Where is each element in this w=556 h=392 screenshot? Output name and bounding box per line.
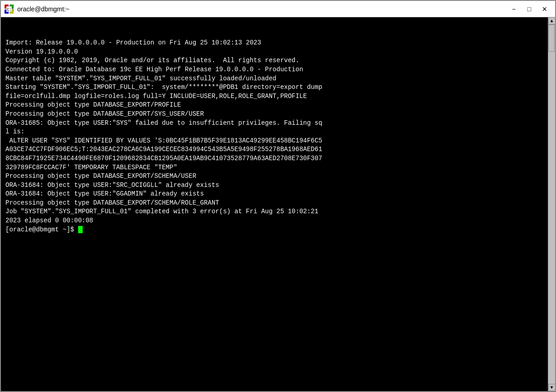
terminal-line: ORA-31684: Object type USER:"SRC_OCIGGLL…	[5, 181, 543, 190]
terminal-window: C:\ oracle@dbmgmt:~ − □ ✕ Import: Releas…	[0, 0, 556, 392]
terminal-line: Processing object type DATABASE_EXPORT/S…	[5, 172, 543, 181]
terminal-line: 329789FC8FCCAC7F' TEMPORARY TABLESPACE "…	[5, 163, 543, 172]
terminal-line: ORA-31684: Object type USER:"GGADMIN" al…	[5, 190, 543, 199]
scrollbar[interactable]: ▲ ▼	[548, 17, 555, 391]
close-button[interactable]: ✕	[538, 4, 551, 15]
terminal-cursor	[78, 226, 83, 233]
terminal-line: [oracle@dbmgmt ~]$	[5, 225, 543, 235]
terminal-line: Import: Release 19.0.0.0.0 - Production …	[5, 39, 543, 48]
window-controls: − □ ✕	[507, 4, 551, 15]
terminal-line: Master table "SYSTEM"."SYS_IMPORT_FULL_0…	[5, 74, 543, 83]
scroll-up-arrow[interactable]: ▲	[548, 17, 556, 24]
terminal-line: 8CBC84F71925E734C4490FE6870F1209682834CB…	[5, 154, 543, 163]
scrollbar-thumb[interactable]	[548, 24, 555, 52]
window-title: oracle@dbmgmt:~	[17, 5, 507, 13]
titlebar: C:\ oracle@dbmgmt:~ − □ ✕	[1, 1, 555, 17]
terminal-icon: C:\	[5, 5, 14, 14]
terminal-line: l is:	[5, 127, 543, 137]
svg-text:C:\: C:\	[7, 8, 14, 12]
terminal-line: Job "SYSTEM"."SYS_IMPORT_FULL_01" comple…	[5, 207, 543, 216]
terminal-line: ALTER USER "SYS" IDENTIFIED BY VALUES 'S…	[5, 137, 543, 146]
terminal-line: ORA-31685: Object type USER:"SYS" failed…	[5, 119, 543, 128]
scroll-down-arrow[interactable]: ▼	[548, 384, 556, 391]
terminal-line: Processing object type DATABASE_EXPORT/S…	[5, 110, 543, 119]
terminal-output[interactable]: Import: Release 19.0.0.0.0 - Production …	[1, 17, 548, 391]
terminal-line: Connected to: Oracle Database 19c EE Hig…	[5, 65, 543, 74]
terminal-container: Import: Release 19.0.0.0.0 - Production …	[1, 17, 555, 391]
terminal-line: A03CE74CC7FDF906EC5;T:2043EAC278CA6C9A19…	[5, 145, 543, 154]
scrollbar-track[interactable]	[548, 24, 555, 384]
minimize-button[interactable]: −	[507, 4, 521, 15]
terminal-line: Processing object type DATABASE_EXPORT/P…	[5, 101, 543, 110]
terminal-line: Processing object type DATABASE_EXPORT/S…	[5, 199, 543, 208]
maximize-button[interactable]: □	[522, 4, 536, 15]
terminal-line: file=orclfull.dmp logfile=roles.log full…	[5, 92, 543, 101]
terminal-line: Version 19.19.0.0.0	[5, 48, 543, 57]
terminal-line: Copyright (c) 1982, 2019, Oracle and/or …	[5, 56, 543, 65]
terminal-line: 2023 elapsed 0 00:00:08	[5, 216, 543, 225]
terminal-line: Starting "SYSTEM"."SYS_IMPORT_FULL_01": …	[5, 83, 543, 92]
